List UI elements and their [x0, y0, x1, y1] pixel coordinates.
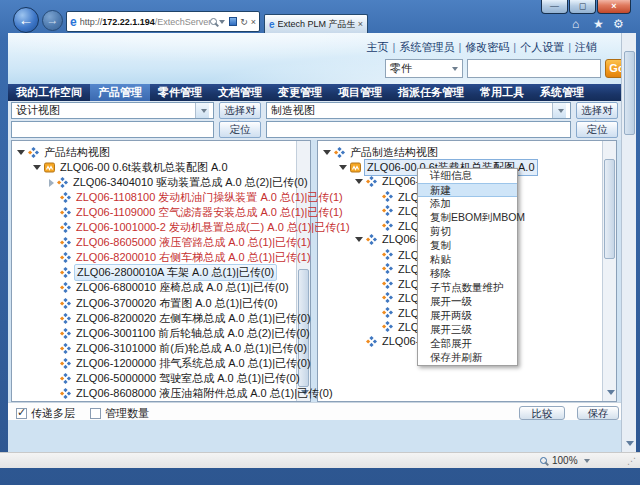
nav-item[interactable]: 变更管理 — [270, 84, 330, 101]
context-menu-item[interactable]: 展开三级 — [418, 323, 517, 337]
browser-tab[interactable]: e Extech PLM 产品生命周期... × — [264, 14, 368, 33]
header-link[interactable]: 系统管理员 — [399, 41, 454, 53]
context-menu-item[interactable]: 新建 — [418, 183, 517, 197]
global-search-input[interactable] — [467, 59, 601, 78]
compatibility-view-icon[interactable] — [229, 17, 237, 26]
url-text[interactable]: http://172.22.1.194/ExtechServer/BOM/BOM… — [80, 17, 211, 27]
expand-arrow-icon[interactable] — [355, 179, 363, 184]
tree-row[interactable]: ZLQ06-3404010 驱动装置总成 A.0 总(2)|已传(0) — [49, 175, 310, 190]
tree-node-label[interactable]: ZLQ06-1001000-2 发动机悬置总成(二) A.0 总(1)|已传(1… — [74, 220, 352, 235]
save-button[interactable]: 保存 — [577, 406, 619, 420]
context-menu-item[interactable]: 详细信息 — [418, 169, 517, 183]
tree-row[interactable]: 产品结构视图 — [17, 145, 112, 160]
close-button[interactable]: × — [597, 0, 631, 14]
search-category-select[interactable]: 零件 — [385, 59, 463, 78]
nav-item[interactable]: 文档管理 — [210, 84, 270, 101]
tree-node-label[interactable]: ZLQ06-3101000 前(后)轮总成 A.0 总(1)|已传(0) — [74, 341, 309, 356]
locate-button-right[interactable]: 定位 — [576, 121, 618, 138]
maximize-button[interactable]: ◻ — [569, 0, 596, 14]
tree-row[interactable]: ZLQ06-3700020 布置图 A.0 总(1)|已传(0) — [49, 296, 280, 311]
home-icon[interactable]: ⌂ — [572, 17, 579, 31]
checkbox-unchecked-icon[interactable] — [90, 408, 101, 419]
tree-node-label[interactable]: ZLQ06-3404010 驱动装置总成 A.0 总(2)|已传(0) — [71, 175, 310, 190]
page-scrollbar[interactable] — [621, 33, 636, 452]
manufacture-view-select[interactable]: 制造视图 — [266, 102, 571, 119]
address-bar[interactable]: e http://172.22.1.194/ExtechServer/BOM/B… — [66, 11, 260, 32]
nav-item[interactable]: 零件管理 — [150, 84, 210, 101]
scrollbar[interactable] — [602, 141, 616, 401]
expand-arrow-icon[interactable] — [323, 150, 331, 155]
settings-gear-icon[interactable]: ⚙ — [613, 17, 624, 31]
checkbox-checked-icon[interactable] — [16, 408, 27, 419]
context-menu-item[interactable]: 展开一级 — [418, 295, 517, 309]
footer-checkbox[interactable]: 传递多层 — [16, 406, 75, 421]
expand-arrow-icon[interactable] — [355, 237, 363, 242]
refresh-icon[interactable]: ↻ — [240, 17, 248, 27]
scrollbar-thumb[interactable] — [624, 51, 635, 135]
expand-arrow-icon[interactable] — [339, 165, 347, 170]
context-menu-item[interactable]: 展开两级 — [418, 309, 517, 323]
tree-node-label[interactable]: 产品结构视图 — [42, 145, 112, 160]
design-view-select[interactable]: 设计视图 — [11, 102, 214, 119]
chevron-down-icon[interactable] — [584, 459, 590, 463]
header-link[interactable]: 个人设置 — [520, 41, 564, 53]
tree-node-label[interactable]: ZLQ06-00 0.6t装载机总装配图 A.0 — [58, 160, 230, 175]
search-dropdown-icon[interactable] — [219, 20, 225, 24]
tree-node-label[interactable]: ZLQ06-3700020 布置图 A.0 总(1)|已传(0) — [74, 296, 280, 311]
select-object-button-left[interactable]: 选择对象 — [219, 102, 261, 119]
tree-row[interactable]: 产品制造结构视图 — [323, 145, 440, 160]
tree-row[interactable]: ZLQ06-1200000 排气系统总成 A.0 总(1)|已传(0) — [49, 356, 313, 371]
locate-input-left[interactable] — [11, 121, 214, 138]
search-icon[interactable] — [210, 18, 217, 25]
select-object-button-right[interactable]: 选择对象 — [576, 102, 618, 119]
tree-row[interactable]: ZLQ06-1108100 发动机油门操纵装置 A.0 总(1)|已传(1) — [49, 190, 345, 205]
footer-checkbox[interactable]: 管理数量 — [90, 406, 149, 421]
tree-node-label[interactable]: ZLQ06-8200010 右侧车梯总成 A.0 总(1)|已传(1) — [74, 250, 313, 265]
favorites-star-icon[interactable]: ★ — [593, 17, 604, 31]
context-menu-item[interactable]: 复制EBOM到MBOM — [418, 211, 517, 225]
nav-item[interactable]: 常用工具 — [472, 84, 532, 101]
back-button[interactable]: ← — [13, 7, 39, 33]
context-menu-item[interactable]: 全部展开 — [418, 337, 517, 351]
expand-arrow-icon[interactable] — [17, 150, 25, 155]
tree-row[interactable]: ZLQ06-8200020 左侧车梯总成 A.0 总(1)|已传(0) — [49, 311, 313, 326]
context-menu-item[interactable]: 粘贴 — [418, 253, 517, 267]
tree-row[interactable]: ZLQ06-1001000-2 发动机悬置总成(二) A.0 总(1)|已传(1… — [49, 220, 352, 235]
header-link[interactable]: 主页 — [367, 41, 389, 53]
forward-button[interactable]: → — [42, 10, 63, 31]
zoom-control[interactable]: 100% — [540, 455, 590, 466]
locate-input-right[interactable] — [266, 121, 571, 138]
minimize-button[interactable]: — — [541, 0, 568, 14]
tab-close-icon[interactable]: × — [358, 19, 363, 29]
tree-node-label[interactable]: 产品制造结构视图 — [348, 145, 440, 160]
tree-node-label[interactable]: ZLQ06-8608000 液压油箱附件总成 A.0 总(1)|已传(0) — [74, 386, 335, 401]
context-menu-item[interactable]: 移除 — [418, 267, 517, 281]
tree-row[interactable]: ZLQ06-1109000 空气滤清器安装总成 A.0 总(1)|已传(1) — [49, 205, 345, 220]
tree-node-label[interactable]: ZLQ06-1109000 空气滤清器安装总成 A.0 总(1)|已传(1) — [74, 205, 345, 220]
expand-arrow-icon[interactable] — [33, 165, 41, 170]
header-link[interactable]: 注销 — [575, 41, 597, 53]
context-menu-item[interactable]: 保存并刷新 — [418, 351, 517, 365]
tree-node-label[interactable]: ZLQ06-1200000 排气系统总成 A.0 总(1)|已传(0) — [74, 356, 313, 371]
tree-node-label[interactable]: ZLQ06-2800010A 车架 A.0 总(1)|已传(0) — [74, 264, 277, 281]
stop-icon[interactable]: × — [251, 17, 256, 27]
scroll-down-icon[interactable] — [626, 441, 634, 446]
tree-row[interactable]: ZLQ06-8200010 右侧车梯总成 A.0 总(1)|已传(1) — [49, 250, 313, 265]
tree-node-label[interactable]: ZLQ06-3001100 前后轮轴总成 A.0 总(2)|已传(0) — [74, 326, 312, 341]
nav-item[interactable]: 项目管理 — [330, 84, 390, 101]
scroll-down-icon[interactable] — [607, 390, 615, 395]
expand-arrow-icon[interactable] — [49, 179, 54, 187]
tree-row[interactable]: ZLQ06-3001100 前后轮轴总成 A.0 总(2)|已传(0) — [49, 326, 312, 341]
locate-button-left[interactable]: 定位 — [219, 121, 261, 138]
header-link[interactable]: 修改密码 — [465, 41, 509, 53]
tree-node-label[interactable]: ZLQ06-5000000 驾驶室总成 A.0 总(1)|已传(0) — [74, 371, 302, 386]
tree-node-label[interactable]: ZLQ06-8200020 左侧车梯总成 A.0 总(1)|已传(0) — [74, 311, 313, 326]
nav-item[interactable]: 我的工作空间 — [8, 84, 90, 101]
tree-node-label[interactable]: ZLQ06-1108100 发动机油门操纵装置 A.0 总(1)|已传(1) — [74, 190, 345, 205]
nav-item[interactable]: 产品管理 — [90, 84, 150, 101]
compare-button[interactable]: 比较 — [519, 406, 565, 420]
nav-item[interactable]: 系统管理 — [532, 84, 592, 101]
tree-row[interactable]: ZLQ06-2800010A 车架 A.0 总(1)|已传(0) — [49, 265, 277, 280]
tree-row[interactable]: ZLQ06-6800010 座椅总成 A.0 总(1)|已传(0) — [49, 280, 291, 295]
tree-row[interactable]: ZLQ06-5000000 驾驶室总成 A.0 总(1)|已传(0) — [49, 371, 302, 386]
